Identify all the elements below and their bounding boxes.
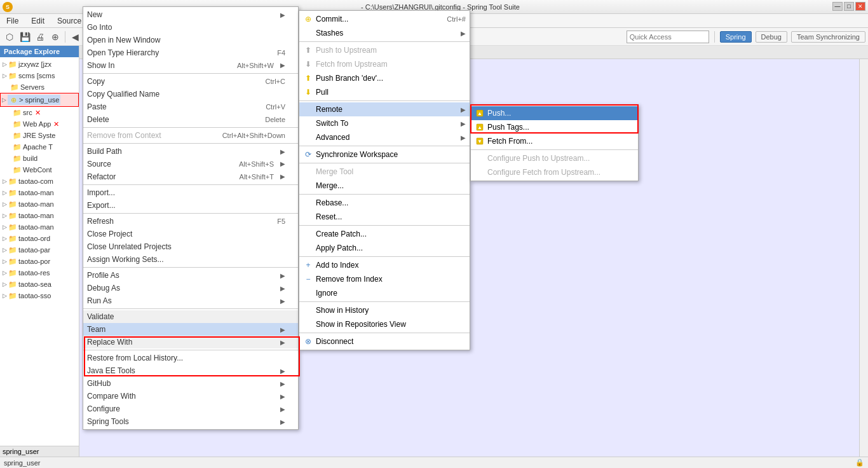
ctx-debug-as[interactable]: Debug As ▶: [83, 282, 298, 294]
ctx-team-show-repos[interactable]: Show in Repositories View: [299, 317, 470, 331]
tree-item-servers[interactable]: 📁 Servers: [0, 81, 79, 93]
ctx-build-path[interactable]: Build Path ▶: [83, 145, 298, 158]
ctx-export[interactable]: Export...: [83, 199, 298, 212]
ctx-team[interactable]: Team ▶: [83, 323, 298, 336]
tree-item-taotao-man3[interactable]: ▷ 📁 taotao-man: [0, 210, 79, 221]
ctx-remote-fetch[interactable]: ▼ Fetch From...: [471, 134, 638, 148]
tree-item-jre[interactable]: 📁 JRE Syste: [0, 130, 79, 141]
history-icon: [303, 305, 313, 315]
toolbar-btn-2[interactable]: 💾: [18, 30, 32, 44]
debug-button[interactable]: Debug: [756, 31, 787, 43]
tree-item-taotao-res[interactable]: ▷ 📁 taotao-res: [0, 267, 79, 279]
ctx-team-apply-patch[interactable]: Apply Patch...: [299, 241, 470, 255]
stashes-icon: [303, 28, 313, 38]
ctx-open-type-hierarchy[interactable]: Open Type Hierarchy F4: [83, 46, 298, 59]
svg-text:▲: ▲: [477, 125, 482, 130]
tree-item-taotao-man1[interactable]: ▷ 📁 taotao-man: [0, 187, 79, 198]
ctx-validate[interactable]: Validate: [83, 310, 298, 323]
toolbar-btn-4[interactable]: ⊕: [48, 30, 62, 44]
tree-item-taotao-ord[interactable]: ▷ 📁 taotao-ord: [0, 233, 79, 244]
ctx-remote-push-tags-label: Push Tags...: [487, 123, 634, 132]
ctx-spring-tools[interactable]: Spring Tools ▶: [83, 415, 298, 428]
tree-item-taotao-por[interactable]: ▷ 📁 taotao-por: [0, 256, 79, 267]
ctx-team-rebase[interactable]: Rebase...: [299, 196, 470, 210]
ctx-team-show-history[interactable]: Show in History: [299, 303, 470, 317]
push-tags-icon: ▲: [475, 122, 485, 132]
ctx-profile-as-label: Profile As: [87, 271, 119, 280]
ctx-paste[interactable]: Paste Ctrl+V: [83, 100, 298, 113]
ctx-close-unrelated[interactable]: Close Unrelated Projects: [83, 240, 298, 253]
ctx-team-sep-9: [299, 333, 470, 333]
tree-item-taotao-sea[interactable]: ▷ 📁 taotao-sea: [0, 279, 79, 290]
tree-item-src[interactable]: 📁 src ✕: [0, 107, 79, 118]
ctx-import[interactable]: Import...: [83, 186, 298, 199]
ctx-remote-push[interactable]: ▲ Push...: [471, 106, 638, 120]
toolbar-btn-1[interactable]: ⬡: [3, 30, 17, 44]
tree-item-webcont[interactable]: 📁 WebCont: [0, 164, 79, 176]
ctx-team-add-index[interactable]: + Add to Index: [299, 258, 470, 272]
ctx-show-in[interactable]: Show In Alt+Shift+W ▶: [83, 59, 298, 72]
ctx-team-switch-to[interactable]: Switch To ▶: [299, 116, 470, 130]
ctx-replace-with[interactable]: Replace With ▶: [83, 336, 298, 348]
ctx-team-ignore[interactable]: Ignore: [299, 286, 470, 300]
ctx-team-remove-index[interactable]: − Remove from Index: [299, 272, 470, 286]
ctx-delete[interactable]: Delete Delete: [83, 113, 298, 126]
tree-item-taotao-man2[interactable]: ▷ 📁 taotao-man: [0, 198, 79, 210]
tree-item-scms[interactable]: ▷ 📁 scms [scms: [0, 70, 79, 81]
maximize-button[interactable]: □: [844, 2, 854, 11]
tree-item-taotao-par[interactable]: ▷ 📁 taotao-par: [0, 244, 79, 256]
ctx-compare-with[interactable]: Compare With ▶: [83, 390, 298, 403]
window-controls[interactable]: — □ ✕: [832, 2, 865, 11]
ctx-refactor[interactable]: Refactor Alt+Shift+T ▶: [83, 170, 298, 183]
menu-source[interactable]: Source: [53, 15, 85, 27]
quick-access-input[interactable]: [627, 31, 709, 43]
ctx-run-as[interactable]: Run As ▶: [83, 294, 298, 307]
tree-item-webapp[interactable]: 📁 Web App ✕: [0, 118, 79, 130]
ctx-source[interactable]: Source Alt+Shift+S ▶: [83, 158, 298, 170]
team-sync-button[interactable]: Team Synchronizing: [791, 31, 865, 43]
ctx-new[interactable]: New ▶: [83, 8, 298, 21]
ctx-team-sync-workspace[interactable]: ⟳ Synchronize Workspace: [299, 148, 470, 162]
ctx-close-project[interactable]: Close Project: [83, 228, 298, 240]
tree-item-jzxywz[interactable]: ▷ 📁 jzxywz [jzx: [0, 59, 79, 70]
ctx-team-create-patch[interactable]: Create Patch...: [299, 227, 470, 241]
spring-button[interactable]: Spring: [720, 31, 752, 43]
ctx-restore-local-label: Restore from Local History...: [87, 354, 183, 362]
ctx-team-remote[interactable]: Remote ▶: [299, 102, 470, 116]
ctx-compare-with-label: Compare With: [87, 392, 136, 401]
ctx-team-stashes[interactable]: Stashes ▶: [299, 26, 470, 40]
ctx-team-disconnect[interactable]: ⊗ Disconnect: [299, 334, 470, 348]
ctx-team-commit[interactable]: ⊕ Commit... Ctrl+#: [299, 12, 470, 26]
toolbar-back[interactable]: ◀: [68, 30, 82, 44]
ctx-copy[interactable]: Copy Ctrl+C: [83, 75, 298, 88]
tree-item-taotao-sso[interactable]: ▷ 📁 taotao-sso: [0, 290, 79, 301]
ctx-github[interactable]: GitHub ▶: [83, 377, 298, 390]
ctx-team-merge[interactable]: Merge...: [299, 179, 470, 193]
tree-item-taotao-com[interactable]: ▷ 📁 taotao-com: [0, 176, 79, 187]
ctx-go-into[interactable]: Go Into: [83, 21, 298, 34]
tree-item-build[interactable]: 📁 build: [0, 153, 79, 164]
close-button[interactable]: ✕: [855, 2, 865, 11]
tree-item-taotao-man4[interactable]: ▷ 📁 taotao-man: [0, 221, 79, 233]
ctx-team-advanced[interactable]: Advanced ▶: [299, 130, 470, 144]
tree-item-apache[interactable]: 📁 Apache T: [0, 141, 79, 153]
ctx-copy-qualified[interactable]: Copy Qualified Name: [83, 88, 298, 100]
ctx-configure[interactable]: Configure ▶: [83, 403, 298, 415]
menu-file[interactable]: File: [3, 15, 22, 27]
toolbar-btn-3[interactable]: 🖨: [33, 30, 47, 44]
ctx-remote-push-tags[interactable]: ▲ Push Tags...: [471, 120, 638, 134]
ctx-team-pull[interactable]: ⬇ Pull: [299, 85, 470, 99]
scrollbar-vertical[interactable]: [859, 59, 868, 468]
folder-icon: 📁: [8, 234, 17, 243]
ctx-java-ee[interactable]: Java EE Tools ▶: [83, 364, 298, 377]
ctx-refresh[interactable]: Refresh F5: [83, 215, 298, 228]
ctx-open-new-window[interactable]: Open in New Window: [83, 34, 298, 46]
menu-edit[interactable]: Edit: [27, 15, 48, 27]
minimize-button[interactable]: —: [832, 2, 843, 11]
tree-item-spring-user[interactable]: ▷ ⊕ > spring_use: [0, 93, 79, 107]
ctx-profile-as[interactable]: Profile As ▶: [83, 269, 298, 282]
ctx-restore-local[interactable]: Restore from Local History...: [83, 352, 298, 364]
ctx-assign-working-sets[interactable]: Assign Working Sets...: [83, 253, 298, 266]
ctx-team-reset[interactable]: Reset...: [299, 210, 470, 224]
ctx-team-push-branch[interactable]: ⬆ Push Branch 'dev'...: [299, 71, 470, 85]
